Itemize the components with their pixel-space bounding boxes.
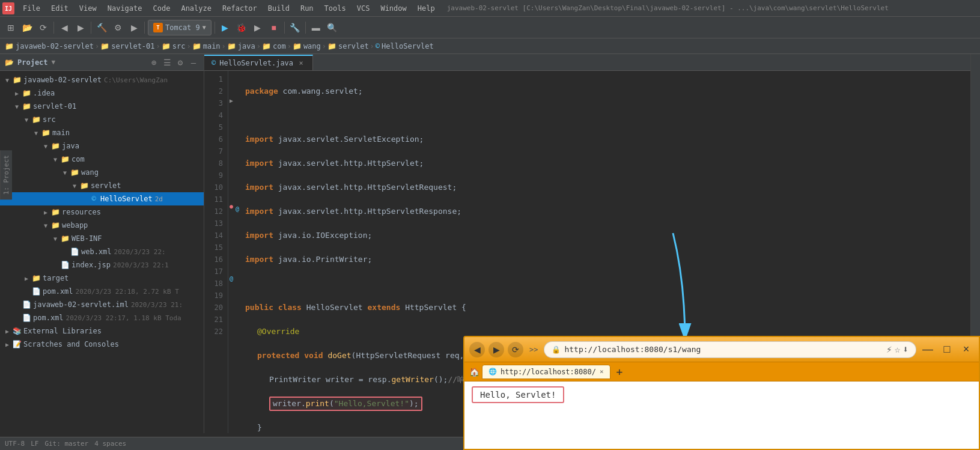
browser-home-btn[interactable]: 🏠 [469,367,479,377]
breadcrumb-main-label: main [203,42,221,50]
breadcrumb-project-label: javaweb-02-servlet [16,42,94,50]
browser-min-btn[interactable]: — [920,342,936,357]
breadcrumb-project[interactable]: 📁 javaweb-02-servlet [5,42,94,50]
tree-item-main[interactable]: ▼ 📁 main [0,126,204,139]
panel-dropdown-icon[interactable]: ▼ [52,58,56,66]
menu-tools[interactable]: Tools [320,3,351,14]
breadcrumb-module[interactable]: 📁 servlet-01 [100,42,154,50]
tree-item-servlet-folder[interactable]: ▼ 📁 servlet [0,179,204,192]
tree-item-webxml[interactable]: 📄 web.xml 2020/3/23 22: [0,245,204,258]
menu-navigate[interactable]: Navigate [103,3,147,14]
toolbar-sep-5 [284,22,285,34]
tree-item-com[interactable]: ▼ 📁 com [0,153,204,166]
status-linefeed[interactable]: LF [31,440,38,448]
tree-item-resources[interactable]: ▶ 📁 resources [0,205,204,219]
browser-forward-btn[interactable]: ▶ [488,342,504,357]
toolbar-stop-btn[interactable]: ■ [267,20,281,35]
status-git[interactable]: Git: master [44,440,88,448]
menu-build[interactable]: Build [263,3,294,14]
breadcrumb-class[interactable]: © HelloServlet [376,42,434,50]
browser-star-icon[interactable]: ☆ [895,344,901,355]
gutter-run-18[interactable]: @ [230,275,233,282]
tree-item-iml[interactable]: 📄 javaweb-02-servlet.iml 2020/3/23 21: [0,298,204,311]
browser-close-btn[interactable]: × [958,342,974,357]
status-indent[interactable]: 4 spaces [94,440,126,448]
tree-item-helloservlet[interactable]: © HelloServlet 2d [0,192,204,205]
menu-file[interactable]: File [18,3,45,14]
gutter-run-12[interactable]: @ [236,205,239,212]
tree-item-root[interactable]: ▼ 📁 javaweb-02-servlet C:\Users\WangZan [0,73,204,87]
toolbar-sync-btn[interactable]: ⟳ [36,20,50,35]
toolbar-build-btn[interactable]: 🔨 [94,20,109,35]
menu-window[interactable]: Window [376,3,411,14]
tab-helloservlet[interactable]: © HelloServlet.java × [204,55,313,70]
tree-item-target[interactable]: ▶ 📁 target [0,272,204,285]
browser-new-tab-btn[interactable]: + [613,365,627,378]
menu-run[interactable]: Run [296,3,318,14]
resources-icon: 📁 [50,207,60,217]
toolbar-sep-3 [144,22,145,34]
browser-url-bar[interactable]: 🔒 http://localhost:8080/s1/wang ⚡ ☆ ⬇ [544,341,916,358]
side-project-label[interactable]: 1: Project [0,150,12,199]
project-icon: 📁 [12,75,22,85]
browser-more-btn[interactable]: >> [527,344,540,355]
tree-item-webapp[interactable]: ▼ 📁 webapp [0,219,204,232]
breadcrumb-servlet[interactable]: 📁 servlet [327,42,369,50]
toolbar-tools-btn[interactable]: 🔧 [288,20,302,35]
tree-item-extlibs[interactable]: ▶ 📚 External Libraries [0,324,204,338]
tree-item-scratches[interactable]: ▶ 📝 Scratches and Consoles [0,338,204,351]
menu-code[interactable]: Code [148,3,175,14]
tree-item-pomxml-servlet[interactable]: 📄 pom.xml 2020/3/23 22:18, 2.72 kB T [0,285,204,298]
browser-tab[interactable]: 🌐 http://localhost:8080/ × [482,365,610,379]
toolbar-back-btn[interactable]: ◀ [57,20,72,35]
gutter-fold-3[interactable]: ▶ [230,97,233,104]
menu-help[interactable]: Help [413,3,440,14]
toolbar-coverage-btn[interactable]: ▶ [251,20,265,35]
menu-refactor[interactable]: Refactor [218,3,262,14]
status-encoding[interactable]: UTF-8 [5,440,25,448]
breadcrumb-java[interactable]: 📁 java [227,42,255,50]
gutter-breakpoint-12[interactable]: ● [230,203,233,210]
browser-download-icon[interactable]: ⬇ [902,344,908,355]
com-folder-icon: 📁 [262,42,271,50]
tree-item-src[interactable]: ▼ 📁 src [0,113,204,126]
toolbar-run-btn[interactable]: ▶ [218,20,233,35]
run-config-dropdown[interactable]: T Tomcat 9 ▼ [148,20,212,35]
breadcrumb-com[interactable]: 📁 com [262,42,286,50]
toolbar-open-btn[interactable]: 📂 [20,20,34,35]
toolbar-debug-btn[interactable]: 🐞 [234,20,249,35]
hide-panel-btn[interactable]: — [188,57,199,68]
tab-close-btn[interactable]: × [297,59,305,67]
browser-reload-btn[interactable]: ⟳ [508,342,523,357]
breadcrumb-java-label: java [238,42,255,50]
breadcrumb-main[interactable]: 📁 main [192,42,221,50]
menu-analyze[interactable]: Analyze [176,3,216,14]
toolbar-terminal-btn[interactable]: ▬ [309,20,323,35]
breadcrumb-src[interactable]: 📁 src [162,42,186,50]
tree-item-webinf[interactable]: ▼ 📁 WEB-INF [0,232,204,245]
com-icon: 📁 [60,154,70,164]
settings-btn[interactable]: ⚙ [175,57,186,68]
menu-edit[interactable]: Edit [46,3,73,14]
toolbar-forward-btn[interactable]: ▶ [73,20,88,35]
collapse-btn[interactable]: ☰ [162,57,172,68]
browser-tab-close-btn[interactable]: × [600,368,604,376]
tree-item-indexjsp[interactable]: 📄 index.jsp 2020/3/23 22:1 [0,258,204,272]
tree-label-root: javaweb-02-servlet [23,76,102,84]
menu-vcs[interactable]: VCS [352,3,375,14]
tree-item-idea[interactable]: ▶ 📁 .idea [0,87,204,100]
browser-max-btn[interactable]: □ [939,342,955,357]
breadcrumb-wang[interactable]: 📁 wang [293,42,321,50]
toolbar-compile-btn[interactable]: ⚙ [111,20,125,35]
tree-item-wang[interactable]: ▼ 📁 wang [0,166,204,179]
menu-view[interactable]: View [75,3,102,14]
toolbar-search-btn[interactable]: 🔍 [325,20,339,35]
browser-back-btn[interactable]: ◀ [469,342,485,357]
tree-item-pomxml-root[interactable]: 📄 pom.xml 2020/3/23 22:17, 1.18 kB Toda [0,311,204,324]
tree-item-java[interactable]: ▼ 📁 java [0,139,204,153]
breadcrumb-sep-4: › [222,42,226,50]
toolbar-run-config-btn[interactable]: ▶ [127,20,141,35]
tree-item-servlet01[interactable]: ▼ 📁 servlet-01 [0,100,204,113]
toolbar-new-btn[interactable]: ⊞ [4,20,18,35]
locate-btn[interactable]: ⊕ [148,57,159,68]
